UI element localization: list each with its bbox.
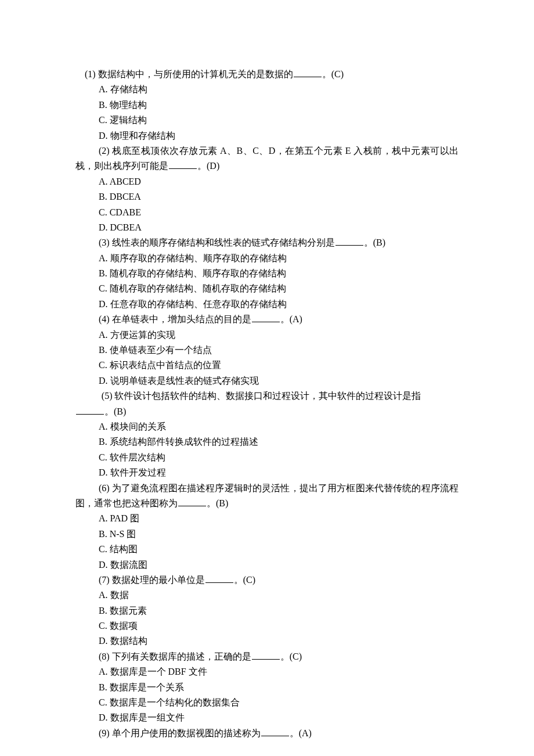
- question-answer-tag: 。(C): [234, 575, 255, 585]
- blank: [261, 727, 289, 736]
- question-text: 数据结构中，与所使用的计算机无关的是数据的: [98, 69, 293, 79]
- question-stem: (1) 数据结构中，与所使用的计算机无关的是数据的。(C): [75, 67, 459, 82]
- question-answer-tag: 。(B): [207, 498, 228, 508]
- option: C. CDABE: [75, 205, 459, 220]
- question-text: 在单链表中，增加头结点的目的是: [112, 314, 251, 324]
- option: A. 存储结构: [75, 82, 459, 97]
- question-text: 数据处理的最小单位是: [112, 575, 205, 585]
- question-number: (6): [99, 483, 112, 493]
- option: C. 软件层次结构: [75, 450, 459, 465]
- option: C. 逻辑结构: [75, 113, 459, 128]
- question-number: (3): [99, 237, 112, 247]
- option: B. 使单链表至少有一个结点: [75, 343, 459, 358]
- option: A. 数据: [75, 588, 459, 603]
- blank: [178, 498, 206, 506]
- option: A. 方便运算的实现: [75, 327, 459, 343]
- question-number: (9): [99, 728, 112, 738]
- question-number: (8): [99, 651, 112, 661]
- question-stem-tail: 。(B): [75, 404, 459, 419]
- question-stem: (8) 下列有关数据库的描述，正确的是。(C): [75, 649, 459, 664]
- option: A. 顺序存取的存储结构、顺序存取的存储结构: [75, 251, 459, 266]
- question-answer-tag: 。(C): [322, 69, 344, 79]
- option: D. 软件开发过程: [75, 465, 459, 480]
- blank: [169, 160, 197, 169]
- document-page: (1) 数据结构中，与所使用的计算机无关的是数据的。(C)A. 存储结构B. 物…: [0, 0, 534, 756]
- question-text: 为了避免流程图在描述程序逻辑时的灵活性，提出了用方框图来代替传统的程序流程图，通…: [75, 483, 459, 508]
- option: A. ABCED: [75, 174, 459, 189]
- blank: [252, 314, 280, 322]
- question-text: 下列有关数据库的描述，正确的是: [112, 651, 251, 661]
- option: D. 任意存取的存储结构、任意存取的存储结构: [75, 297, 459, 312]
- question-answer-tag: 。(A): [290, 728, 312, 738]
- option: C. 数据项: [75, 618, 459, 633]
- option: A. 模块间的关系: [75, 419, 459, 434]
- option: D. 物理和存储结构: [75, 128, 459, 143]
- question-stem: (2) 栈底至栈顶依次存放元素 A、B、C、D，在第五个元素 E 入栈前，栈中元…: [75, 143, 459, 174]
- question-answer-tag: 。(B): [104, 406, 126, 416]
- question-answer-tag: 。(B): [364, 237, 385, 247]
- question-stem: (4) 在单链表中，增加头结点的目的是。(A): [75, 312, 459, 327]
- question-text: 栈底至栈顶依次存放元素 A、B、C、D，在第五个元素 E 入栈前，栈中元素可以出…: [75, 146, 459, 171]
- question-text: 线性表的顺序存储结构和线性表的链式存储结构分别是: [112, 237, 335, 247]
- question-answer-tag: 。(A): [280, 314, 302, 324]
- option: A. PAD 图: [75, 511, 459, 526]
- question-number: (1): [85, 69, 98, 79]
- option: B. DBCEA: [75, 189, 459, 204]
- blank: [335, 237, 363, 246]
- question-number: (5): [102, 391, 115, 401]
- question-answer-tag: 。(D): [197, 161, 219, 171]
- question-stem: (9) 单个用户使用的数据视图的描述称为。(A): [75, 726, 459, 741]
- blank: [252, 650, 280, 659]
- option: C. 结构图: [75, 542, 459, 557]
- option: D. DCBEA: [75, 220, 459, 235]
- option: C. 数据库是一个结构化的数据集合: [75, 695, 459, 710]
- question-stem: (3) 线性表的顺序存储结构和线性表的链式存储结构分别是。(B): [75, 235, 459, 250]
- option: D. 数据库是一组文件: [75, 710, 459, 725]
- question-number: (7): [99, 575, 112, 585]
- option: D. 说明单链表是线性表的链式存储实现: [75, 373, 459, 388]
- option: B. 数据元素: [75, 603, 459, 618]
- question-stem: (7) 数据处理的最小单位是。(C): [75, 573, 459, 588]
- option: B. 物理结构: [75, 98, 459, 113]
- option: A. 数据库是一个 DBF 文件: [75, 664, 459, 679]
- question-text: 软件设计包括软件的结构、数据接口和过程设计，其中软件的过程设计是指: [114, 391, 421, 401]
- blank: [76, 405, 104, 414]
- question-stem: (5) 软件设计包括软件的结构、数据接口和过程设计，其中软件的过程设计是指: [75, 388, 459, 404]
- blank: [205, 574, 233, 583]
- option: B. 随机存取的存储结构、顺序存取的存储结构: [75, 266, 459, 281]
- blank: [294, 69, 322, 77]
- question-number: (2): [99, 146, 112, 156]
- option: C. 标识表结点中首结点的位置: [75, 358, 459, 373]
- option: B. N-S 图: [75, 527, 459, 542]
- question-number: (4): [99, 314, 112, 324]
- question-answer-tag: 。(C): [280, 651, 302, 661]
- question-stem: (6) 为了避免流程图在描述程序逻辑时的灵活性，提出了用方框图来代替传统的程序流…: [75, 481, 459, 512]
- question-text: 单个用户使用的数据视图的描述称为: [112, 728, 261, 738]
- option: C. 随机存取的存储结构、随机存取的存储结构: [75, 281, 459, 296]
- option: D. 数据流图: [75, 557, 459, 573]
- option: B. 数据库是一个关系: [75, 680, 459, 695]
- option: D. 数据结构: [75, 633, 459, 649]
- option: B. 系统结构部件转换成软件的过程描述: [75, 434, 459, 449]
